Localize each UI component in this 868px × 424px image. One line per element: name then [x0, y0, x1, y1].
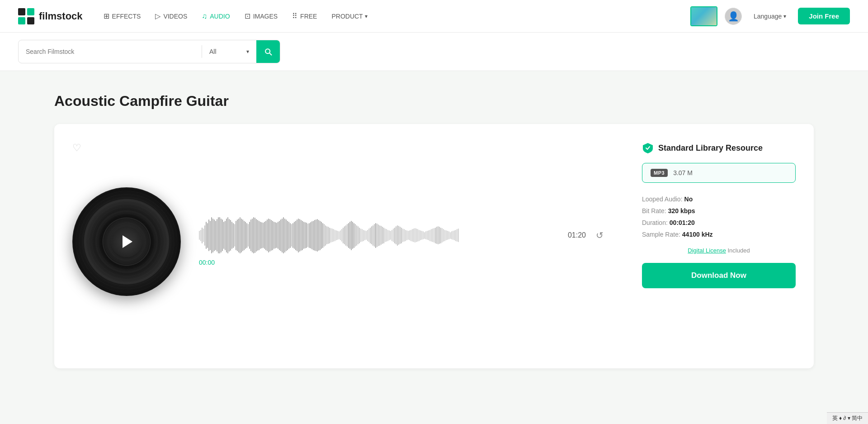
- waveform-bar: [406, 230, 407, 240]
- language-selector[interactable]: Language ▾: [749, 10, 791, 23]
- thumbnail-preview[interactable]: [690, 6, 717, 26]
- nav-videos[interactable]: ▷ VIDEOS: [149, 8, 193, 24]
- search-input[interactable]: [19, 43, 202, 61]
- nav-product[interactable]: PRODUCT ▾: [325, 9, 373, 24]
- nav-effects[interactable]: ⊞ EFFECTS: [97, 8, 147, 24]
- waveform-bar: [339, 231, 340, 239]
- favorite-button[interactable]: ♡: [72, 142, 81, 154]
- logo[interactable]: filmstock: [18, 8, 83, 24]
- waveform-bar: [417, 229, 418, 242]
- waveform-bar: [259, 221, 259, 250]
- waveform-bar: [364, 230, 365, 240]
- waveform-bar: [241, 219, 242, 252]
- waveform-bar: [203, 229, 204, 242]
- waveform-bar: [269, 219, 270, 252]
- free-icon: ⠿: [292, 12, 297, 20]
- waveform-bar: [386, 229, 387, 242]
- waveform-bar: [215, 221, 216, 250]
- waveform-bar: [440, 228, 441, 243]
- waveform-bar: [250, 219, 251, 251]
- waveform-bar: [343, 228, 344, 243]
- digital-license-link[interactable]: Digital License: [688, 247, 726, 254]
- download-now-button[interactable]: Download Now: [642, 263, 796, 288]
- waveform-bar: [447, 231, 448, 240]
- search-bar: All ▾: [18, 40, 280, 63]
- waveform-bar: [390, 231, 391, 240]
- search-category-selector[interactable]: All ▾: [202, 48, 256, 55]
- waveform-bar: [344, 226, 345, 244]
- join-free-button[interactable]: Join Free: [798, 8, 850, 24]
- waveform[interactable]: [199, 217, 561, 253]
- waveform-bar: [299, 219, 300, 252]
- nav-free[interactable]: ⠿ FREE: [286, 8, 323, 24]
- waveform-bar: [359, 228, 360, 243]
- waveform-bar: [455, 230, 456, 241]
- shield-icon: [642, 142, 654, 154]
- waveform-bar: [421, 231, 422, 240]
- waveform-bar: [408, 231, 409, 240]
- waveform-bar: [442, 228, 443, 243]
- avatar[interactable]: 👤: [725, 8, 742, 25]
- waveform-container: 01:20 ↺: [199, 217, 606, 253]
- vinyl-record[interactable]: [72, 187, 181, 296]
- effects-icon: ⊞: [104, 12, 109, 20]
- waveform-bar: [457, 229, 458, 242]
- waveform-bar: [231, 222, 232, 249]
- waveform-bar: [317, 219, 318, 252]
- meta-looped-audio: Looped Audio: No: [642, 195, 796, 203]
- logo-icon: [18, 8, 34, 24]
- vinyl-center: [111, 226, 142, 257]
- waveform-bar: [230, 220, 231, 251]
- waveform-bar: [309, 223, 310, 248]
- waveform-bar: [287, 221, 288, 250]
- main-nav: ⊞ EFFECTS ▷ VIDEOS ♫ AUDIO ⊡ IMAGES ⠿ FR…: [97, 8, 676, 24]
- svg-rect-3: [27, 17, 34, 24]
- waveform-bar: [290, 223, 291, 248]
- waveform-bar: [282, 219, 283, 252]
- waveform-bar: [268, 219, 269, 252]
- waveform-bar: [352, 222, 353, 249]
- waveform-bar: [427, 231, 428, 240]
- waveform-bar: [286, 219, 287, 251]
- waveform-bar: [367, 230, 368, 241]
- nav-audio[interactable]: ♫ AUDIO: [195, 9, 236, 24]
- waveform-bar: [337, 231, 338, 240]
- waveform-bar: [226, 219, 227, 252]
- waveform-bar: [318, 220, 319, 251]
- file-box[interactable]: MP3 3.07 M: [642, 163, 796, 183]
- waveform-bar: [405, 230, 406, 241]
- svg-rect-0: [18, 8, 25, 15]
- waveform-bar: [242, 219, 243, 251]
- waveform-bar: [423, 231, 424, 239]
- waveform-bar: [358, 226, 359, 244]
- waveform-bar: [328, 227, 329, 244]
- search-icon: [264, 47, 273, 56]
- waveform-bar: [322, 223, 323, 248]
- waveform-bar: [233, 223, 234, 248]
- waveform-bar: [320, 221, 321, 250]
- nav-images[interactable]: ⊡ IMAGES: [238, 8, 284, 24]
- waveform-bar: [307, 224, 308, 247]
- waveform-bar: [311, 221, 312, 249]
- avatar-icon: 👤: [728, 11, 739, 22]
- waveform-bar: [401, 228, 402, 243]
- waveform-bar: [404, 229, 405, 242]
- waveform-bar: [255, 218, 255, 253]
- waveform-bar: [373, 225, 373, 246]
- logo-text: filmstock: [39, 10, 83, 22]
- waveform-bar: [221, 219, 222, 252]
- waveform-bar: [272, 221, 273, 250]
- meta-bit-rate: Bit Rate: 320 kbps: [642, 207, 796, 214]
- waveform-bar: [394, 228, 395, 243]
- waveform-bar: [450, 232, 451, 239]
- search-button[interactable]: [256, 40, 280, 63]
- play-icon: [123, 235, 132, 248]
- waveform-bar: [379, 225, 380, 246]
- resource-badge: Standard Library Resource: [642, 142, 796, 154]
- waveform-bar: [400, 227, 401, 244]
- waveform-bar: [276, 223, 277, 248]
- waveform-bar: [348, 223, 349, 248]
- waveform-bar: [410, 230, 411, 241]
- waveform-bar: [303, 222, 304, 249]
- replay-button[interactable]: ↺: [593, 229, 606, 242]
